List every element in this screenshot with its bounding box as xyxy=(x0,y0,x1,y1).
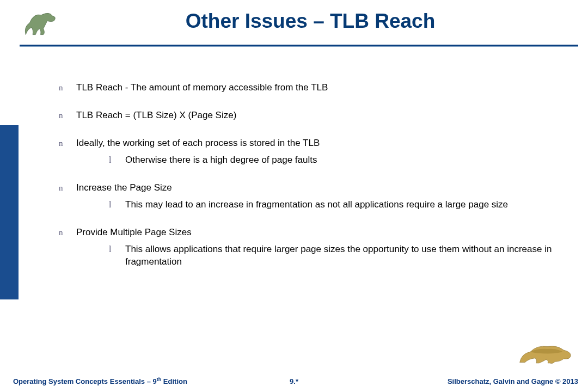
footer-page-wildcard: * xyxy=(296,377,298,385)
bullet-marker: n xyxy=(59,110,63,121)
bullet-marker: n xyxy=(59,227,63,238)
footer-copyright: Silberschatz, Galvin and Gagne © 2013 xyxy=(448,377,578,385)
dinosaur-icon xyxy=(22,7,61,39)
bullet-text: Ideally, the working set of each process… xyxy=(76,138,320,148)
sub-bullet-text: This allows applications that require la… xyxy=(125,244,552,267)
slide-title: Other Issues – TLB Reach xyxy=(65,10,555,33)
sub-bullet-item: l This may lead to an increase in fragme… xyxy=(76,199,572,211)
bullet-marker: n xyxy=(59,138,63,149)
footer-chapter: 9. xyxy=(290,377,296,385)
sub-bullet-marker: l xyxy=(109,154,111,166)
bullet-item: n TLB Reach = (TLB Size) X (Page Size) xyxy=(49,109,572,122)
dinosaur-icon xyxy=(516,334,576,366)
bullet-text: TLB Reach - The amount of memory accessi… xyxy=(76,82,328,93)
header-divider xyxy=(20,45,578,47)
bullet-text: Provide Multiple Page Sizes xyxy=(76,227,192,237)
bullet-marker: n xyxy=(59,82,63,93)
bullet-text: TLB Reach = (TLB Size) X (Page Size) xyxy=(76,110,236,120)
bullet-marker: n xyxy=(59,182,63,193)
bullet-item: n Provide Multiple Page Sizes l This all… xyxy=(49,226,572,268)
sub-bullet-marker: l xyxy=(109,199,111,211)
slide: Other Issues – TLB Reach n TLB Reach - T… xyxy=(0,0,588,392)
side-accent-bar xyxy=(0,125,19,299)
sub-bullet-item: l Otherwise there is a high degree of pa… xyxy=(76,154,572,167)
sub-bullet-text: Otherwise there is a high degree of page… xyxy=(125,155,317,165)
slide-header: Other Issues – TLB Reach xyxy=(0,0,588,52)
bullet-item: n Increase the Page Size l This may lead… xyxy=(49,182,572,211)
slide-footer: Operating System Concepts Essentials – 9… xyxy=(0,370,588,392)
bullet-item: n TLB Reach - The amount of memory acces… xyxy=(49,82,572,94)
sub-bullet-text: This may lead to an increase in fragment… xyxy=(125,199,508,210)
slide-body: n TLB Reach - The amount of memory acces… xyxy=(49,82,572,283)
sub-bullet-item: l This allows applications that require … xyxy=(76,243,572,268)
sub-bullet-marker: l xyxy=(109,243,111,255)
bullet-text: Increase the Page Size xyxy=(76,182,172,193)
bullet-item: n Ideally, the working set of each proce… xyxy=(49,137,572,167)
